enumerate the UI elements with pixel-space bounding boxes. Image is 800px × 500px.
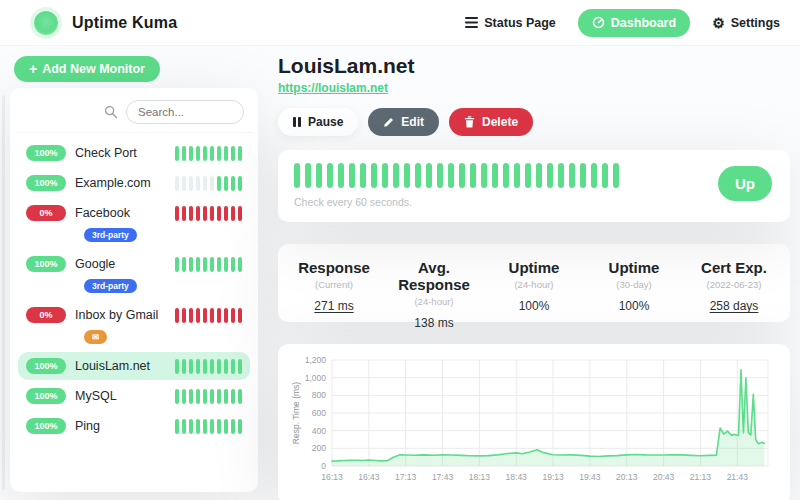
monitor-list-item[interactable]: 100%Check Port <box>18 139 250 167</box>
nav-settings-label: Settings <box>731 16 780 30</box>
beat <box>238 308 242 323</box>
tag-pill: 3rd-party <box>84 228 137 242</box>
stat-sublabel: (Current) <box>284 279 384 290</box>
top-nav: Status Page Dashboard ⚙ Settings <box>465 9 800 37</box>
svg-text:16:43: 16:43 <box>358 472 380 482</box>
search-row <box>16 94 252 133</box>
stat-column: Uptime(30-day)100% <box>584 259 684 309</box>
beat <box>175 308 179 323</box>
beat <box>196 257 200 272</box>
nav-status-page[interactable]: Status Page <box>465 16 556 30</box>
monitor-list-item[interactable]: 100%Ping <box>18 412 250 440</box>
beat <box>393 163 399 188</box>
beat <box>231 308 235 323</box>
edit-button[interactable]: Edit <box>368 108 439 136</box>
svg-text:21:13: 21:13 <box>690 472 712 482</box>
add-new-monitor-button[interactable]: + Add New Monitor <box>14 56 160 82</box>
monitor-url-link[interactable]: https://louislam.net <box>278 81 388 95</box>
beat <box>224 359 228 374</box>
beat <box>305 163 311 188</box>
beat <box>203 176 207 191</box>
edit-label: Edit <box>401 115 424 129</box>
monitor-list-item[interactable]: 100%LouisLam.net <box>18 352 250 380</box>
add-new-monitor-label: Add New Monitor <box>42 62 145 76</box>
svg-text:20:43: 20:43 <box>653 472 675 482</box>
beat <box>182 419 186 434</box>
response-time-chart[interactable]: 02004006008001,0001,20016:1316:4317:1317… <box>286 350 782 498</box>
beat <box>238 176 242 191</box>
action-buttons: Pause Edit Delete <box>278 108 790 136</box>
monitor-list-item[interactable]: 100%Google3rd-party <box>18 250 250 299</box>
beat <box>189 419 193 434</box>
beat <box>182 206 186 221</box>
beat <box>182 146 186 161</box>
mini-heartbeat-bar <box>175 389 242 404</box>
monitor-list-item[interactable]: 100%MySQL <box>18 382 250 410</box>
stat-label: Avg. Response <box>384 259 484 293</box>
svg-text:200: 200 <box>312 443 326 453</box>
stat-column: Response(Current)271 ms <box>284 259 384 309</box>
beat <box>238 389 242 404</box>
main-content: LouisLam.net https://louislam.net Pause … <box>278 46 790 500</box>
svg-text:21:43: 21:43 <box>727 472 749 482</box>
beat <box>196 359 200 374</box>
beat <box>189 206 193 221</box>
edit-pencil-icon <box>383 117 394 128</box>
beat <box>210 389 214 404</box>
beat <box>210 359 214 374</box>
stat-label: Response <box>284 259 384 276</box>
beat <box>217 146 221 161</box>
svg-text:18:43: 18:43 <box>506 472 528 482</box>
beat <box>203 146 207 161</box>
beat <box>210 146 214 161</box>
uptime-badge: 0% <box>26 307 66 323</box>
beat <box>196 308 200 323</box>
nav-dashboard[interactable]: Dashboard <box>578 9 690 37</box>
stat-sublabel: (24-hour) <box>384 296 484 307</box>
pause-button[interactable]: Pause <box>278 108 358 136</box>
monitor-list-item[interactable]: 100%Example.com <box>18 169 250 197</box>
svg-text:19:13: 19:13 <box>542 472 564 482</box>
delete-button[interactable]: Delete <box>449 108 533 136</box>
search-input[interactable] <box>126 100 244 124</box>
beat <box>613 163 619 188</box>
beat <box>547 163 553 188</box>
beat <box>203 419 207 434</box>
beat <box>224 146 228 161</box>
beat <box>210 419 214 434</box>
stat-label: Uptime <box>584 259 684 276</box>
monitor-list-item[interactable]: 0%Inbox by Gmail✉ <box>18 301 250 350</box>
check-interval-note: Check every 60 seconds. <box>294 196 774 208</box>
monitor-list-item[interactable]: 0%Facebook3rd-party <box>18 199 250 248</box>
sidebar-scrollbar[interactable] <box>2 95 5 490</box>
nav-settings[interactable]: ⚙ Settings <box>712 16 780 30</box>
monitor-name: Check Port <box>75 146 137 160</box>
svg-text:19:43: 19:43 <box>579 472 601 482</box>
beat <box>189 176 193 191</box>
beat <box>203 206 207 221</box>
mini-heartbeat-bar <box>175 257 242 272</box>
beat <box>569 163 575 188</box>
beat <box>210 206 214 221</box>
pause-label: Pause <box>308 115 343 129</box>
status-badge: Up <box>718 166 772 201</box>
beat <box>196 176 200 191</box>
beat <box>175 359 179 374</box>
nav-status-page-label: Status Page <box>484 16 556 30</box>
beat <box>558 163 564 188</box>
uptime-badge: 100% <box>26 388 66 404</box>
beat <box>536 163 542 188</box>
response-chart-card[interactable]: 02004006008001,0001,20016:1316:4317:1317… <box>278 344 790 500</box>
beat <box>224 308 228 323</box>
search-icon <box>104 105 118 119</box>
beat <box>360 163 366 188</box>
beat <box>175 257 179 272</box>
beat <box>580 163 586 188</box>
beat <box>382 163 388 188</box>
beat <box>196 146 200 161</box>
beat <box>189 389 193 404</box>
stat-column: Cert Exp.(2022-06-23)258 days <box>684 259 784 309</box>
stat-value: 271 ms <box>284 299 384 313</box>
beat <box>175 206 179 221</box>
beat <box>175 389 179 404</box>
